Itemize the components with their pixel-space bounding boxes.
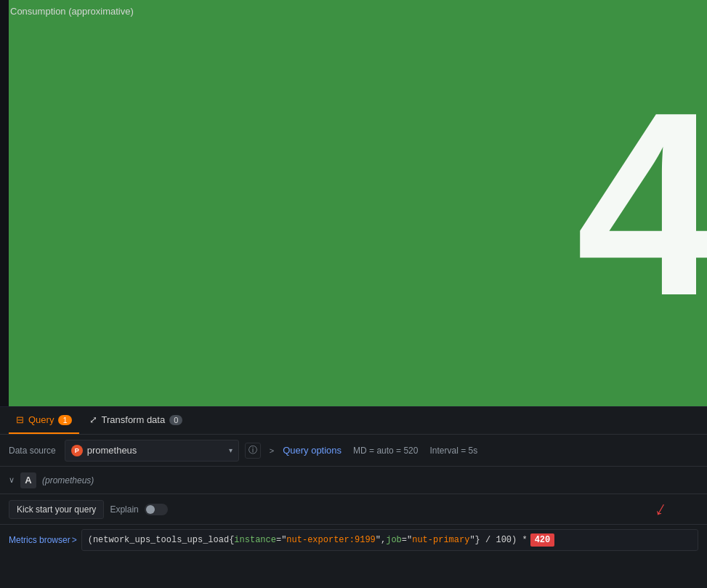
transform-tab-icon: ⤢: [89, 414, 97, 425]
explain-toggle[interactable]: [145, 504, 168, 515]
metrics-browser-row: ↓ Metrics browser > (network_ups_tools_u…: [0, 525, 707, 555]
datasource-select[interactable]: P prometheus ▾: [65, 440, 239, 462]
kick-start-button[interactable]: Kick start your query: [9, 500, 104, 519]
query-section: Data source P prometheus ▾ ⓘ > Query opt…: [0, 435, 707, 588]
expr-open-brace: {: [229, 535, 234, 545]
expr-job-val: nut-primary: [412, 535, 469, 545]
query-options-md: MD = auto = 520: [353, 446, 418, 456]
metrics-browser-label: Metrics browser: [9, 535, 70, 545]
query-a-row: ∨ A (prometheus): [0, 467, 707, 494]
collapse-button[interactable]: ∨: [9, 475, 15, 485]
explain-label: Explain: [110, 504, 138, 515]
query-letter: A: [20, 472, 36, 488]
metrics-browser-link[interactable]: Metrics browser >: [9, 535, 77, 545]
big-number-display: 4: [576, 73, 707, 334]
green-background: 4: [9, 0, 707, 406]
highlight-number: 420: [530, 533, 555, 547]
expr-job-key: job: [386, 535, 402, 545]
query-options-link[interactable]: Query options: [283, 445, 342, 456]
expr-instance-key: instance: [234, 535, 276, 545]
query-options-interval: Interval = 5s: [429, 446, 477, 456]
transform-tab-label: Transform data: [102, 414, 166, 425]
expr-equals-1: =": [276, 535, 286, 545]
datasource-row: Data source P prometheus ▾ ⓘ > Query opt…: [0, 435, 707, 467]
visualization-area: Consumption (approximative) 4: [0, 0, 707, 407]
expr-quote-2: "} / 100) *: [469, 535, 527, 545]
query-tab-label: Query: [28, 414, 54, 425]
info-icon: ⓘ: [249, 444, 257, 456]
info-button[interactable]: ⓘ: [245, 443, 261, 459]
query-editor-row: Kick start your query Explain: [0, 494, 707, 525]
query-tab-icon: ⊟: [16, 414, 24, 425]
query-source-name: (prometheus): [42, 475, 94, 486]
query-tab-badge: 1: [58, 415, 71, 425]
datasource-name: prometheus: [87, 445, 225, 456]
expr-metric-name: network_ups_tools_ups_load: [93, 535, 229, 545]
query-expression-field[interactable]: (network_ups_tools_ups_load{instance="nu…: [81, 529, 698, 551]
expr-equals-2: =": [402, 535, 412, 545]
prometheus-icon-text: P: [75, 447, 79, 454]
expr-open-paren: (: [88, 535, 93, 545]
datasource-label: Data source: [9, 446, 56, 456]
panel-title: Consumption (approximative): [10, 6, 134, 17]
tabs-bar: ⊟ Query 1 ⤢ Transform data 0: [0, 407, 707, 435]
expand-arrow[interactable]: >: [267, 445, 277, 456]
datasource-chevron-icon: ▾: [229, 446, 233, 454]
transform-tab-badge: 0: [169, 415, 182, 425]
expr-instance-val: nut-exporter:9199: [286, 535, 375, 545]
tab-query[interactable]: ⊟ Query 1: [9, 407, 79, 434]
expr-quote-1: ",: [376, 535, 386, 545]
prometheus-icon: P: [71, 445, 83, 456]
panel-container: Consumption (approximative) 4 ⊟ Query 1 …: [0, 0, 707, 588]
metrics-browser-chevron: >: [72, 535, 77, 545]
tab-transform[interactable]: ⤢ Transform data 0: [82, 407, 190, 434]
